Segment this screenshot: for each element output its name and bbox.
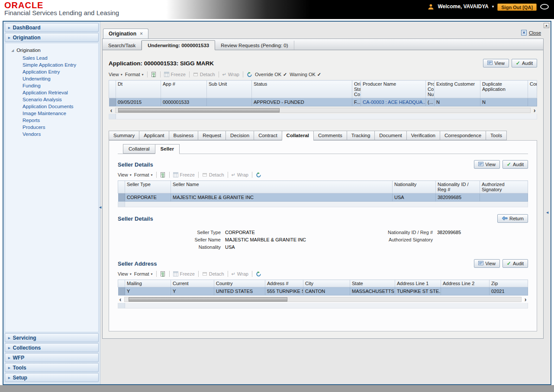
tab-seller[interactable]: Seller xyxy=(155,144,180,154)
export-icon[interactable] xyxy=(160,271,166,277)
col-dt[interactable]: Dt xyxy=(116,80,161,98)
col-contact[interactable]: Contact xyxy=(528,80,537,98)
detach-button[interactable]: Detach xyxy=(202,271,224,276)
tab-search-task[interactable]: Search/Task xyxy=(103,41,142,50)
view-menu[interactable]: View▾ xyxy=(118,271,132,276)
tree-node-origination[interactable]: ◢ Origination xyxy=(7,47,97,55)
seller-row[interactable]: CORPORATE MAJESTIC MARBLE & GRANITE INC … xyxy=(118,193,528,202)
col-authorized-signatory[interactable]: Authorized Signatory xyxy=(480,181,528,193)
sidebar-section-collections[interactable]: ▸ Collections xyxy=(5,343,99,352)
tab-underwriting[interactable]: Underwriting: 0000001533 xyxy=(142,40,215,50)
tab-close-icon[interactable]: × xyxy=(140,31,143,37)
export-icon[interactable] xyxy=(151,72,157,77)
sidebar-section-wfp[interactable]: ▸ WFP xyxy=(5,353,99,362)
view-menu[interactable]: View▾ xyxy=(118,172,132,177)
chevron-down-icon[interactable]: ▾ xyxy=(492,4,494,9)
sidebar-section-tools[interactable]: ▸ Tools xyxy=(5,363,99,372)
tab-business[interactable]: Business xyxy=(169,131,198,140)
export-icon[interactable] xyxy=(160,172,166,178)
return-button[interactable]: Return xyxy=(497,214,528,223)
tab-verification[interactable]: Verification xyxy=(406,131,440,140)
scroll-right-icon[interactable]: › xyxy=(523,296,528,302)
tab-request[interactable]: Request xyxy=(198,131,225,140)
scroll-left-icon[interactable]: ‹ xyxy=(109,107,114,113)
row-selector[interactable] xyxy=(118,287,125,296)
scroll-left-icon[interactable]: ‹ xyxy=(118,296,123,302)
sidebar-section-setup[interactable]: ▸ Setup xyxy=(5,373,99,382)
format-menu[interactable]: Format▾ xyxy=(134,172,153,177)
col-address-line-2[interactable]: Address Line 2 xyxy=(441,280,490,287)
tab-comments[interactable]: Comments xyxy=(313,131,347,140)
sidebar-item-application-entry[interactable]: Application Entry xyxy=(7,68,97,75)
format-menu[interactable]: Format▾ xyxy=(125,72,144,77)
scrollbar-thumb[interactable] xyxy=(118,108,280,112)
wrap-button[interactable]: ↵Wrap xyxy=(232,271,248,277)
tab-decision[interactable]: Decision xyxy=(225,131,254,140)
freeze-button[interactable]: Freeze xyxy=(173,271,195,276)
wrap-button[interactable]: ↵Wrap xyxy=(222,72,239,77)
tab-origination[interactable]: Origination × xyxy=(103,29,148,39)
row-selector[interactable] xyxy=(118,193,125,202)
col-current[interactable]: Current xyxy=(171,280,214,287)
view-button[interactable]: View xyxy=(483,59,509,67)
sidebar-item-application-documents[interactable]: Application Documents xyxy=(7,103,97,110)
sidebar-item-image-maintenance[interactable]: Image Maintenance xyxy=(7,110,97,117)
detach-button[interactable]: Detach xyxy=(193,72,215,77)
panel-collapse-icon[interactable]: ◄ xyxy=(545,210,549,215)
detach-button[interactable]: Detach xyxy=(202,172,224,177)
tab-tools[interactable]: Tools xyxy=(486,131,507,140)
view-menu[interactable]: View▾ xyxy=(109,72,122,77)
address-audit-button[interactable]: ✓ Audit xyxy=(502,259,528,268)
application-horizontal-scrollbar[interactable]: ‹ › xyxy=(109,107,537,114)
tab-collateral[interactable]: Collateral xyxy=(282,131,313,141)
col-nationality-id[interactable]: Nationality ID / Reg # xyxy=(436,181,480,193)
application-row[interactable]: 09/05/2015 0000001533 APPROVED - FUNDED … xyxy=(109,98,537,106)
refresh-icon[interactable] xyxy=(256,172,261,178)
col-app-no[interactable]: App # xyxy=(161,80,207,98)
sidebar-section-servicing[interactable]: ▸ Servicing xyxy=(5,333,99,342)
tab-review-requests[interactable]: Review Requests (Pending: 0) xyxy=(215,41,294,50)
col-city[interactable]: City xyxy=(303,280,350,287)
sidebar-collapse-icon[interactable]: ◄ xyxy=(98,205,102,209)
sidebar-item-reports[interactable]: Reports xyxy=(7,117,97,124)
col-seller-name[interactable]: Seller Name xyxy=(171,181,393,193)
sidebar-section-origination[interactable]: ▸ Origination xyxy=(5,33,99,42)
col-seller-type[interactable]: Seller Type xyxy=(125,181,171,193)
format-menu[interactable]: Format▾ xyxy=(134,271,153,276)
sidebar-item-simple-application-entry[interactable]: Simple Application Entry xyxy=(7,61,97,68)
col-address-no[interactable]: Address # xyxy=(265,280,303,287)
close-button[interactable]: × Close xyxy=(521,30,541,35)
tab-applicant[interactable]: Applicant xyxy=(139,131,168,140)
refresh-icon[interactable] xyxy=(256,271,261,277)
welcome-menu[interactable]: Welcome, VAVAIDYA xyxy=(438,3,488,10)
row-selector[interactable] xyxy=(109,98,116,106)
tab-tracking[interactable]: Tracking xyxy=(347,131,375,140)
refresh-icon[interactable] xyxy=(247,72,252,77)
col-mailing[interactable]: Mailing xyxy=(125,280,171,287)
sign-out-button[interactable]: Sign Out [QA] xyxy=(497,3,537,11)
tab-contract[interactable]: Contract xyxy=(254,131,281,140)
sidebar-section-dashboard[interactable]: ▸ DashBoard xyxy=(5,23,99,32)
override-ok-check[interactable]: Override OK✓ xyxy=(255,72,287,77)
tab-collateral-sub[interactable]: Collateral xyxy=(123,144,155,154)
tab-correspondence[interactable]: Correspondence xyxy=(440,131,486,140)
col-state[interactable]: State xyxy=(350,280,395,287)
producer-link[interactable]: CA-00003 : ACE HEADQUA... xyxy=(361,98,426,106)
scrollbar-thumb[interactable] xyxy=(129,297,287,302)
scrollbar-track[interactable] xyxy=(115,108,531,113)
col-sub-unit[interactable]: Sub Unit xyxy=(207,80,252,98)
col-country[interactable]: Country xyxy=(214,280,265,287)
warning-ok-check[interactable]: Warning OK✓ xyxy=(290,72,321,77)
sidebar-item-funding[interactable]: Funding xyxy=(7,82,97,89)
col-address-line-1[interactable]: Address Line 1 xyxy=(395,280,441,287)
col-pro-co-nu[interactable]: Pro Co Nu xyxy=(426,80,435,98)
tab-summary[interactable]: Summary xyxy=(109,131,139,140)
col-existing-customer[interactable]: Existing Customer xyxy=(435,80,480,98)
wrap-button[interactable]: ↵Wrap xyxy=(232,172,248,178)
audit-button[interactable]: ✓ Audit xyxy=(512,59,537,67)
sidebar-item-producers[interactable]: Producers xyxy=(7,124,97,131)
sidebar-item-sales-lead[interactable]: Sales Lead xyxy=(7,55,97,61)
col-zip[interactable]: Zip xyxy=(490,280,528,287)
col-ori-sta-co[interactable]: Ori Sta Co xyxy=(352,80,361,98)
col-producer-name[interactable]: Producer Name xyxy=(361,80,426,98)
